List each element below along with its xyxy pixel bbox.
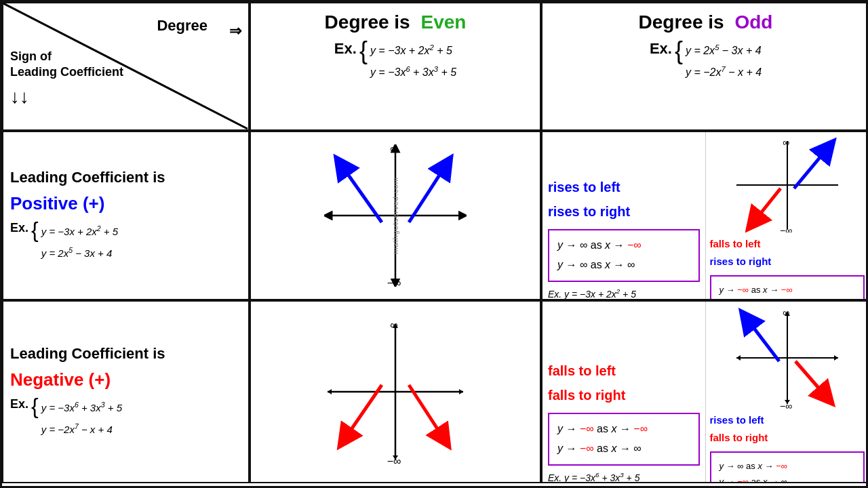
svg-text:∞: ∞: [783, 138, 789, 148]
neg-formulas: y = −3x6 + 3x3 + 5 y = −2x7 − x + 4: [41, 397, 122, 440]
odd-brace: {: [675, 40, 683, 62]
even-ex1: y = −3x + 2x2 + 5: [370, 40, 456, 62]
negative-odd-behavior: rises to left falls to right: [710, 411, 865, 446]
rises-right-label: rises to right: [548, 204, 630, 219]
rises-right-text: rises to right: [548, 199, 700, 224]
even-brace: {: [359, 40, 368, 62]
pos-odd-limit1: y → −∞ as x → −∞: [719, 282, 856, 298]
negative-even-graph-cell: ∞ −∞: [250, 300, 541, 483]
neg-ex-label: Ex.: [10, 397, 28, 411]
svg-line-6: [409, 165, 446, 222]
svg-text:∞: ∞: [390, 319, 397, 331]
rises-right-odd: rises to right: [710, 256, 772, 267]
rises-left-text: rises to left: [548, 175, 700, 199]
svg-line-32: [795, 361, 827, 397]
odd-formulas: y = 2x5 − 3x + 4 y = −2x7 − x + 4: [686, 40, 762, 84]
positive-even-limits: y → ∞ as x → −∞ y → ∞ as x → ∞: [548, 229, 700, 282]
pos-ex1: y = −3x + 2x2 + 5: [41, 221, 118, 243]
positive-even-behavior: rises to left rises to right y → ∞ as x …: [542, 132, 706, 300]
negative-even-limits: y → −∞ as x → −∞ y → −∞ as x → ∞: [548, 413, 700, 466]
degree-arrows: ⇒: [229, 22, 241, 40]
sign-label: Sign of Sign of Leading Coefficient Lead…: [10, 49, 123, 109]
even-header-title: Degree is Even: [325, 12, 467, 33]
svg-text:∞: ∞: [783, 307, 789, 318]
pos-ex-label: Ex.: [10, 221, 28, 235]
odd-header-title: Degree is Odd: [639, 12, 773, 33]
svg-line-12: [753, 188, 781, 222]
negative-examples: Ex. { y = −3x6 + 3x3 + 5 y = −2x7 − x + …: [10, 397, 241, 440]
falls-right-label: falls to right: [548, 388, 625, 403]
rises-left-label: rises to left: [548, 180, 620, 195]
pos-brace: {: [31, 221, 39, 239]
falls-left-label: falls to left: [548, 363, 616, 378]
odd-color-word: Odd: [734, 12, 772, 33]
degree-label: Degree: [157, 17, 208, 35]
odd-label: Degree is: [639, 12, 724, 33]
negative-even-graph: ∞ −∞: [324, 317, 467, 466]
even-label: Degree is: [325, 12, 410, 33]
negative-odd-limits: y → ∞ as x → −∞ y → −∞ as x → ∞: [710, 451, 865, 483]
limit2: y → ∞ as x → ∞: [557, 256, 690, 275]
svg-line-5: [341, 165, 382, 222]
negative-even-ex: Ex. y = −3x6 + 3x3 + 5: [548, 471, 700, 483]
negative-coeff-is: Leading Coefficient is: [10, 345, 165, 362]
sign-line2b: Leading Coefficient: [10, 64, 123, 80]
watermark: mathgotserved.com: [391, 177, 399, 254]
svg-text:−∞: −∞: [387, 277, 401, 287]
svg-line-11: [794, 148, 828, 188]
svg-marker-26: [736, 355, 741, 361]
positive-coeff-title: Leading Coefficient is: [10, 167, 241, 188]
negative-even-behavior: falls to left falls to right y → −∞ as x…: [542, 302, 706, 483]
positive-odd-graph-container: ∞ −∞: [710, 138, 865, 232]
neg-ex2: y = −2x7 − x + 4: [41, 419, 122, 441]
even-examples: Ex. { y = −3x + 2x2 + 5 y = −3x6 + 3x3 +…: [334, 40, 456, 84]
even-color-word: Even: [420, 12, 466, 33]
svg-text:−∞: −∞: [780, 401, 792, 409]
falls-right-text: falls to right: [548, 383, 700, 407]
positive-even-graph-cell: mathgotserved.com ∞ −∞: [250, 131, 541, 300]
odd-ex2: y = −2x7 − x + 4: [686, 62, 762, 83]
falls-left-odd: falls to left: [710, 238, 761, 249]
svg-marker-25: [834, 355, 838, 361]
positive-odd-limits: y → −∞ as x → −∞ y → ∞ as x → ∞: [710, 275, 865, 300]
pos-ex2: y = 2x5 − 3x + 4: [41, 243, 118, 264]
positive-coeff-info: Leading Coefficient is Positive (+) Ex. …: [2, 131, 250, 300]
negative-coeff-info: Leading Coefficient is Negative (+) Ex. …: [2, 300, 250, 483]
pos-formulas: y = −3x + 2x2 + 5 y = 2x5 − 3x + 4: [41, 221, 118, 264]
svg-text:−∞: −∞: [387, 455, 401, 466]
even-formulas: y = −3x + 2x2 + 5 y = −3x6 + 3x3 + 5: [370, 40, 456, 84]
positive-coeff-is: Leading Coefficient is: [10, 169, 165, 186]
positive-odd-section: ∞ −∞ falls to left rises to right y → −∞…: [706, 132, 869, 300]
negative-sign: Negative (+): [10, 369, 241, 390]
main-grid: Degree ⇒ Sign of Sign of Leading Coeffic…: [0, 0, 868, 488]
svg-text:∞: ∞: [390, 144, 397, 155]
svg-line-21: [344, 385, 382, 439]
svg-marker-15: [459, 389, 463, 394]
falls-left-text: falls to left: [548, 359, 700, 383]
negative-even-info-odd-graph: falls to left falls to right y → −∞ as x…: [541, 300, 868, 483]
positive-sign: Positive (+): [10, 193, 241, 214]
header-diagonal-cell: Degree ⇒ Sign of Sign of Leading Coeffic…: [2, 2, 250, 131]
neg-limit1: y → −∞ as x → −∞: [557, 420, 690, 439]
neg-odd-limit1: y → ∞ as x → −∞: [719, 458, 856, 474]
svg-line-22: [409, 385, 444, 439]
sign-line1: Sign of: [10, 49, 123, 64]
positive-even-ex: Ex. y = −3x + 2x2 + 5: [548, 287, 700, 300]
odd-ex-label: Ex.: [650, 40, 672, 58]
rises-left-neg-odd: rises to left: [710, 414, 764, 426]
even-ex-label: Ex.: [334, 40, 357, 58]
header-even-cell: Degree is Even Ex. { y = −3x + 2x2 + 5 y…: [250, 2, 541, 131]
negative-odd-graph-container: ∞ −∞: [710, 307, 865, 409]
negative-odd-graph: ∞ −∞: [733, 307, 842, 409]
limit1: y → ∞ as x → −∞: [557, 236, 690, 256]
positive-even-info-odd-graph: rises to left rises to right y → ∞ as x …: [541, 131, 868, 300]
neg-odd-limit2: y → −∞ as x → ∞: [719, 474, 856, 483]
even-ex2: y = −3x6 + 3x3 + 5: [370, 62, 456, 83]
down-arrows: ↓↓: [10, 85, 123, 109]
positive-examples: Ex. { y = −3x + 2x2 + 5 y = 2x5 − 3x + 4: [10, 221, 241, 264]
positive-odd-graph: ∞ −∞: [733, 138, 842, 232]
svg-text:−∞: −∞: [780, 225, 792, 232]
odd-ex1: y = 2x5 − 3x + 4: [686, 40, 762, 62]
neg-ex1: y = −3x6 + 3x3 + 5: [41, 397, 122, 419]
svg-line-31: [747, 319, 779, 361]
